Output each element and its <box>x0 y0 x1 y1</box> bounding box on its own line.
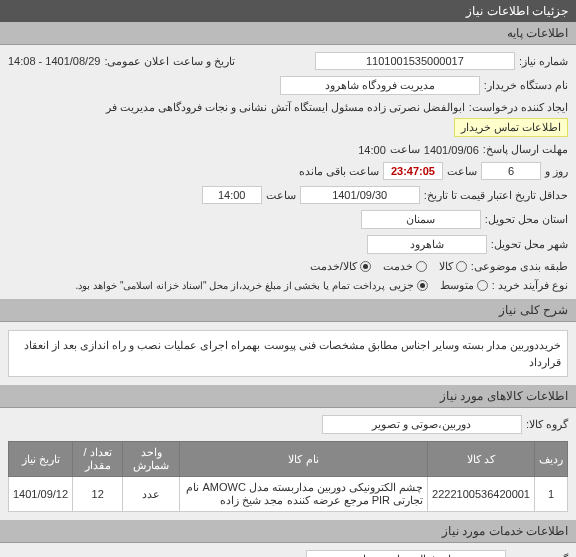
goods-table: ردیف کد کالا نام کالا واحد شمارش تعداد /… <box>8 441 568 512</box>
services-group-label: گروه خدمت: <box>510 553 568 557</box>
table-row: 1 2222100536420001 چشم الکترونیکی دوربین… <box>9 477 568 512</box>
day-hour-label: روز و <box>545 165 568 178</box>
payment-note: پرداخت تمام یا بخشی از مبلغ خرید،از محل … <box>76 280 385 291</box>
radio-minor-label: جزیی <box>389 279 414 292</box>
radio-mid-label: متوسط <box>440 279 474 292</box>
announce-date-label: تاریخ و ساعت اعلان عمومی: <box>104 55 234 68</box>
buyer-name-value: مدیریت فرودگاه شاهرود <box>280 76 480 95</box>
budget-type-group: کالا خدمت کالا/خدمت <box>310 260 467 273</box>
goods-info-header: اطلاعات کالاهای مورد نیاز <box>0 385 576 408</box>
buyer-contact-info[interactable]: اطلاعات تماس خریدار <box>454 118 568 137</box>
radio-both[interactable] <box>360 261 371 272</box>
goods-row-code: 2222100536420001 <box>428 477 535 512</box>
radio-goods-label: کالا <box>439 260 453 273</box>
radio-minor[interactable] <box>417 280 428 291</box>
hour-label-2: ساعت <box>447 165 477 178</box>
goods-row-num: 1 <box>535 477 568 512</box>
goods-row-date: 1401/09/12 <box>9 477 73 512</box>
need-number-label: شماره نیاز: <box>519 55 568 68</box>
goods-group-label: گروه کالا: <box>526 418 568 431</box>
goods-row-unit: عدد <box>123 477 180 512</box>
main-header: جزئیات اطلاعات نیاز <box>0 0 576 22</box>
services-group-value: سایر فعالیت‌های خدماتی <box>306 550 506 557</box>
day-count-value: 6 <box>481 162 541 180</box>
goods-col-name: نام کالا <box>179 442 427 477</box>
services-info-header: اطلاعات خدمات مورد نیاز <box>0 520 576 543</box>
goods-row-name: چشم الکترونیکی دوربین مداربسته مدل AMOWC… <box>179 477 427 512</box>
goods-col-qty: تعداد / مقدار <box>73 442 123 477</box>
validity-label: حداقل تاریخ اعتبار قیمت تا تاریخ: <box>424 189 568 202</box>
remaining-value: 23:47:05 <box>383 162 443 180</box>
radio-goods[interactable] <box>456 261 467 272</box>
announce-date-value: 1401/08/29 - 14:08 <box>8 55 100 67</box>
creator-label: ایجاد کننده درخواست: <box>469 101 568 114</box>
city-label: شهر محل تحویل: <box>491 238 568 251</box>
province-value: سمنان <box>361 210 481 229</box>
buyer-name-label: نام دستگاه خریدار: <box>484 79 568 92</box>
hour-label-1: ساعت <box>390 143 420 156</box>
radio-service[interactable] <box>416 261 427 272</box>
purchase-type-label: نوع فرآیند خرید : <box>492 279 568 292</box>
budget-type-label: طبقه بندی موضوعی: <box>471 260 568 273</box>
deadline-hour-value: 14:00 <box>358 144 386 156</box>
basic-info-section: شماره نیاز: 1101001535000017 تاریخ و ساع… <box>0 45 576 299</box>
general-desc-header: شرح کلی نیاز <box>0 299 576 322</box>
radio-service-label: خدمت <box>383 260 413 273</box>
goods-col-code: کد کالا <box>428 442 535 477</box>
deadline-date-value: 1401/09/06 <box>424 144 479 156</box>
basic-info-header: اطلاعات پایه <box>0 22 576 45</box>
validity-hour-value: 14:00 <box>202 186 262 204</box>
remaining-label: ساعت باقی مانده <box>299 165 379 178</box>
need-number-value: 1101001535000017 <box>315 52 515 70</box>
radio-both-label: کالا/خدمت <box>310 260 357 273</box>
general-desc-text: خریددوربین مدار بسته وسایر اجناس مطابق م… <box>8 330 568 377</box>
deadline-label: مهلت ارسال پاسخ: <box>483 143 568 156</box>
validity-date-value: 1401/09/30 <box>300 186 420 204</box>
province-label: استان محل تحویل: <box>485 213 568 226</box>
radio-mid[interactable] <box>477 280 488 291</box>
city-value: شاهرود <box>367 235 487 254</box>
purchase-type-group: متوسط جزیی <box>389 279 488 292</box>
hour-label-3: ساعت <box>266 189 296 202</box>
goods-group-value: دوربین،صوتی و تصویر <box>322 415 522 434</box>
goods-col-row: ردیف <box>535 442 568 477</box>
goods-col-date: تاریخ نیاز <box>9 442 73 477</box>
goods-col-unit: واحد شمارش <box>123 442 180 477</box>
goods-row-qty: 12 <box>73 477 123 512</box>
creator-value: ابوالفضل نصرتی زاده مسئول ایستگاه آتش نش… <box>106 101 465 114</box>
